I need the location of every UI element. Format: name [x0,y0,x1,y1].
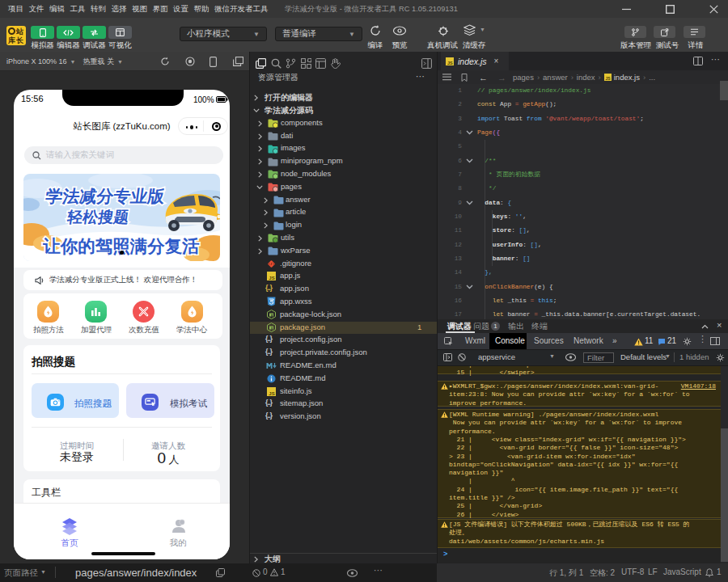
svg-text:学法减分专业版: 学法减分专业版 [44,187,167,205]
svg-text:JS: JS [269,276,274,280]
svg-text:JS: JS [605,76,611,81]
svg-text:JS: JS [269,390,274,395]
svg-text:JS: JS [447,60,453,65]
svg-text:轻松搜题: 轻松搜题 [66,209,130,226]
